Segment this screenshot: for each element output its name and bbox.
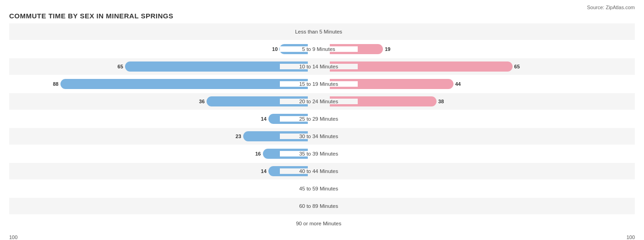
row-label: 35 to 39 Minutes [280,151,358,156]
bar-row: 1440 to 44 Minutes0 [9,163,635,179]
male-section: 0 [9,203,310,209]
axis-right: 100 [627,234,635,240]
male-value-outside: 10 [272,46,278,52]
male-value-outside: 36 [199,99,205,104]
female-section: 0 [328,29,628,34]
row-label: 10 to 14 Minutes [280,64,358,69]
female-section: 44 [328,79,628,89]
row-label: 90 or more Minutes [280,221,358,226]
male-section: 16 [9,149,310,159]
chart-wrapper: 0Less than 5 Minutes0105 to 9 Minutes196… [9,23,635,240]
male-value-outside: 14 [261,168,267,174]
bar-row: 105 to 9 Minutes19 [9,41,635,57]
female-section: 65 [328,61,628,72]
female-value-outside: 65 [514,64,520,69]
male-section: 0 [9,221,310,226]
row-label: 5 to 9 Minutes [280,46,358,52]
rows-container: 0Less than 5 Minutes0105 to 9 Minutes196… [9,23,635,233]
male-section: 14 [9,166,310,176]
bar-row: 0Less than 5 Minutes0 [9,23,635,40]
bar-row: 8815 to 19 Minutes44 [9,76,635,92]
row-label: 60 to 89 Minutes [280,203,358,209]
row-label: 40 to 44 Minutes [280,168,358,174]
bar-row: 3620 to 24 Minutes38 [9,93,635,110]
male-section: 36 [9,96,310,106]
source-label: Source: ZipAtlas.com [9,5,635,10]
female-value-outside: 44 [455,81,461,87]
chart-title: COMMUTE TIME BY SEX IN MINERAL SPRINGS [9,12,635,20]
female-section: 0 [328,134,628,139]
male-value-outside: 23 [235,134,241,139]
row-label: Less than 5 Minutes [280,29,358,34]
male-bar [60,79,308,89]
male-section: 23 [9,131,310,141]
bar-row: 090 or more Minutes0 [9,215,635,232]
female-value-outside: 38 [438,99,444,104]
female-section: 0 [328,168,628,174]
row-label: 20 to 24 Minutes [280,99,358,104]
female-section: 0 [328,151,628,156]
male-section: 14 [9,114,310,124]
axis-left: 100 [9,234,17,240]
male-value-outside: 65 [118,64,123,69]
male-value-outside: 14 [261,116,267,122]
male-value-outside: 88 [53,81,58,87]
row-label: 30 to 34 Minutes [280,134,358,139]
female-section: 19 [328,44,628,54]
female-section: 0 [328,186,628,191]
female-section: 0 [328,203,628,209]
female-section: 0 [328,221,628,226]
female-section: 38 [328,96,628,106]
female-section: 0 [328,116,628,122]
bar-row: 6510 to 14 Minutes65 [9,58,635,75]
row-label: 45 to 59 Minutes [280,186,358,191]
row-label: 15 to 19 Minutes [280,81,358,87]
male-section: 10 [9,44,310,54]
female-value-outside: 19 [385,46,390,52]
bar-row: 1635 to 39 Minutes0 [9,145,635,162]
bar-row: 045 to 59 Minutes0 [9,180,635,197]
male-section: 88 [9,79,310,89]
male-section: 65 [9,61,310,72]
male-value-outside: 16 [255,151,261,156]
male-section: 0 [9,186,310,191]
bar-row: 2330 to 34 Minutes0 [9,128,635,145]
row-label: 25 to 29 Minutes [280,116,358,122]
bar-row: 060 to 89 Minutes0 [9,198,635,214]
male-section: 0 [9,29,310,34]
axis-labels: 100 100 [9,234,635,240]
bar-row: 1425 to 29 Minutes0 [9,111,635,127]
